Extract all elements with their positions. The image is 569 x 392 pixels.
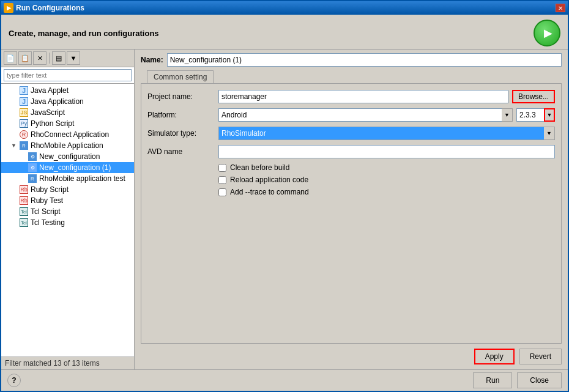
label-rhomobile: RhoMobile Application [31,141,103,150]
simulator-dropdown-arrow[interactable]: ▼ [544,127,555,140]
name-input[interactable] [167,53,562,67]
tree-item-java-applet[interactable]: J Java Applet [1,85,134,96]
avd-label: AVD name [147,147,215,156]
icon-java-application: J [20,97,28,106]
tree-area: J Java Applet J Java Application JS Java… [1,84,134,357]
icon-new-configuration-1: ⚙ [28,163,37,172]
label-java-applet: Java Applet [31,86,69,95]
tree-item-tcl-testing[interactable]: Tcl Tcl Testing [1,217,134,228]
icon-javascript: JS [20,108,28,117]
label-tcl-testing: Tcl Testing [31,218,65,227]
title-bar-text: Run Configurations [16,4,553,12]
toolbar-separator [49,53,50,64]
left-toolbar: 📄 📋 ✕ ▤ ▼ [1,50,134,67]
label-rhoconnect: RhoConnect Application [31,130,109,139]
name-label: Name: [141,56,163,64]
label-java-application: Java Application [31,97,84,106]
label-new-configuration-1: New_configuration (1) [39,163,111,172]
filter-dropdown-button[interactable]: ▼ [67,51,80,65]
icon-new-configuration: ⚙ [28,152,37,161]
window-footer: ? Run Close [1,369,568,391]
reload-code-label: Reload application code [230,176,308,184]
icon-rhoconnect: R [20,130,28,139]
icon-tcl-testing: Tcl [20,218,28,227]
label-javascript: JavaScript [31,108,65,117]
simulator-select-wrapper: ▼ [218,127,555,140]
run-configurations-window: ▶ Run Configurations ✕ Create, manage, a… [0,0,569,392]
simulator-input[interactable] [218,127,544,140]
expander-rhomobile: ▼ [11,142,17,149]
icon-rhomobile-app-test: R [28,174,37,183]
bottom-bar: Apply Revert [135,344,568,369]
platform-dropdown-arrow[interactable]: ▼ [502,108,513,122]
tree-item-java-application[interactable]: J Java Application [1,96,134,107]
copy-config-button[interactable]: 📋 [18,51,32,65]
run-button[interactable]: Run [473,372,512,388]
tree-item-rhoconnect[interactable]: R RhoConnect Application [1,129,134,140]
tree-item-javascript[interactable]: JS JavaScript [1,107,134,118]
avd-name-row: AVD name [147,145,555,158]
icon-python-script: Py [20,119,28,128]
tab-bar: Common setting [141,70,562,83]
label-new-configuration: New_configuration [39,152,100,161]
tab-common-setting[interactable]: Common setting [147,70,214,83]
tree-item-new-configuration-1[interactable]: ⚙ New_configuration (1) [1,162,134,173]
delete-config-button[interactable]: ✕ [33,51,46,65]
clean-build-row: Clean before build [147,163,555,172]
tree-item-python-script[interactable]: Py Python Script [1,118,134,129]
version-dropdown-arrow[interactable]: ▼ [544,108,555,122]
tree-item-ruby-test[interactable]: Rb Ruby Test [1,195,134,206]
platform-row: Platform: ▼ ▼ [147,108,555,122]
trace-checkbox[interactable] [218,188,226,196]
run-icon-button[interactable] [534,20,560,46]
window-header: Create, manage, and run configurations [1,15,568,49]
simulator-label: Simulator type: [147,129,215,138]
label-ruby-script: Ruby Script [31,185,69,194]
tree-item-new-configuration[interactable]: ⚙ New_configuration [1,151,134,162]
project-name-label: Project name: [147,92,215,101]
platform-input[interactable] [218,108,502,122]
tree-item-tcl-script[interactable]: Tcl Tcl Script [1,206,134,217]
label-tcl-script: Tcl Script [31,207,61,216]
project-name-row: Project name: Browse... [147,90,555,103]
tree-item-ruby-script[interactable]: Rb Ruby Script [1,184,134,195]
filter-box [1,67,134,84]
close-button-footer[interactable]: Close [517,372,562,388]
main-content: 📄 📋 ✕ ▤ ▼ J Java Applet [1,50,568,369]
apply-button[interactable]: Apply [474,349,515,364]
icon-rhomobile: R [20,141,28,150]
name-bar: Name: [135,50,568,70]
help-button[interactable]: ? [7,374,21,387]
browse-button[interactable]: Browse... [512,90,555,103]
header-title: Create, manage, and run configurations [9,29,159,38]
reload-code-checkbox[interactable] [218,176,226,184]
left-panel: 📄 📋 ✕ ▤ ▼ J Java Applet [1,50,135,369]
icon-tcl-script: Tcl [20,207,28,216]
form-section: Project name: Browse... Platform: ▼ ▼ [141,83,562,344]
avd-input[interactable] [218,145,555,158]
left-panel-footer: Filter matched 13 of 13 items [1,357,134,369]
right-panel: Name: Common setting Project name: Brows… [135,50,568,369]
trace-label: Add --trace to command [230,188,309,196]
clean-build-label: Clean before build [230,163,289,172]
icon-java-applet: J [20,86,28,95]
filter-input[interactable] [4,69,132,81]
revert-button[interactable]: Revert [519,349,562,364]
filter-button[interactable]: ▤ [52,51,65,65]
tree-item-rhomobile[interactable]: ▼ R RhoMobile Application [1,140,134,151]
platform-label: Platform: [147,111,215,119]
label-ruby-test: Ruby Test [31,196,63,205]
project-name-input[interactable] [218,90,508,103]
icon-ruby-script: Rb [20,185,28,194]
window-icon: ▶ [4,3,13,13]
version-input[interactable] [516,108,544,122]
tree-item-rhomobile-app-test[interactable]: R RhoMobile application test [1,173,134,184]
new-config-button[interactable]: 📄 [4,51,17,65]
clean-build-checkbox[interactable] [218,164,226,172]
close-button[interactable]: ✕ [556,4,565,12]
filter-count-text: Filter matched 13 of 13 items [5,359,100,368]
platform-select-wrapper: ▼ [218,108,513,122]
label-python-script: Python Script [31,119,74,128]
label-rhomobile-app-test: RhoMobile application test [39,174,125,183]
reload-code-row: Reload application code [147,176,555,184]
